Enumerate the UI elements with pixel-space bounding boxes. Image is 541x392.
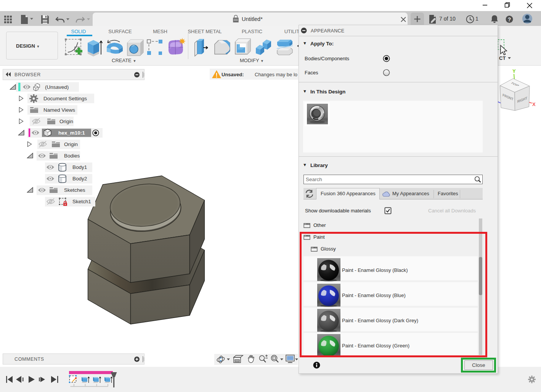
svg-text:Origin: Origin — [64, 141, 78, 147]
svg-text:CT: CT — [499, 55, 506, 61]
svg-text:Origin: Origin — [59, 119, 73, 124]
svg-text:Document Settings: Document Settings — [43, 96, 87, 101]
svg-text:Body1: Body1 — [72, 164, 87, 170]
svg-text:Named Views: Named Views — [43, 107, 75, 113]
svg-text:?: ? — [508, 16, 511, 22]
svg-text:Sketch1: Sketch1 — [72, 199, 91, 204]
svg-text:Y: Y — [512, 68, 516, 74]
svg-text:Sketches: Sketches — [64, 187, 85, 193]
svg-text:Body2: Body2 — [72, 176, 87, 182]
svg-text:Bodies: Bodies — [64, 153, 80, 159]
svg-text:X: X — [532, 101, 536, 107]
svg-text:hex_m10:1: hex_m10:1 — [58, 130, 85, 136]
svg-text:(Unsaved): (Unsaved) — [45, 84, 69, 90]
